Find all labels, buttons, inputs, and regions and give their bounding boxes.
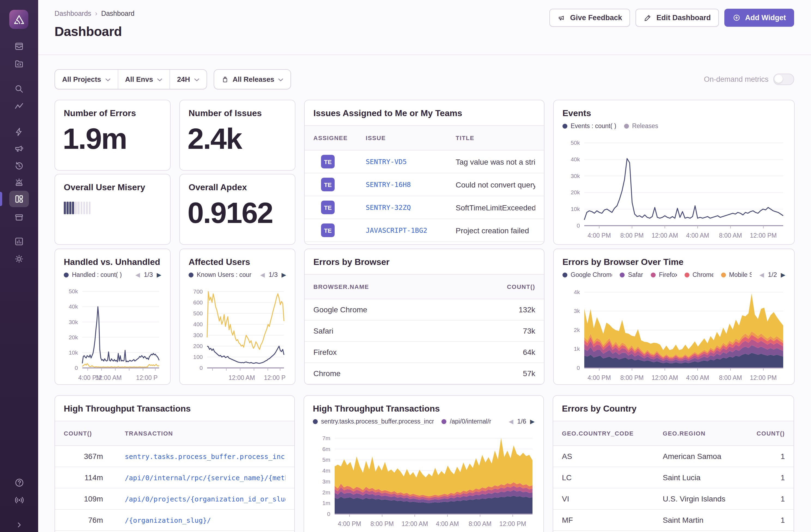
- ondemand-metrics-toggle[interactable]: [774, 74, 794, 85]
- widget-affected-users[interactable]: Affected Users Known Users : cour◀1/3▶ 0…: [179, 248, 295, 385]
- browser-count: 73k: [486, 326, 535, 335]
- issue-link[interactable]: SENTRY-32ZQ: [366, 203, 456, 212]
- table-row[interactable]: Chrome57k: [305, 363, 544, 384]
- sidebar-item-alerts[interactable]: [9, 174, 29, 191]
- throughput-chart[interactable]: 01m2m3m4m5m6m7m4:00 PM8:00 PM12:00 AM4:0…: [313, 431, 536, 531]
- table-row[interactable]: TESENTRY-VD5Tag value was not a string: [305, 150, 544, 173]
- date-range-filter[interactable]: 24H: [169, 70, 206, 89]
- widget-number-of-errors[interactable]: Number of Errors 1.9m: [55, 100, 171, 171]
- table-row[interactable]: 367msentry.tasks.process_buffer.process_…: [55, 446, 294, 467]
- table-row[interactable]: MFSaint Martin1: [553, 510, 794, 531]
- transaction-link[interactable]: /{organization_slug}/: [125, 516, 286, 524]
- prev-page-icon[interactable]: ◀: [509, 418, 514, 425]
- sidebar-item-stats[interactable]: [9, 233, 29, 250]
- legend-item[interactable]: /api/0/internal/r: [442, 418, 491, 425]
- table-row[interactable]: VIU.S. Virgin Islands1: [553, 488, 794, 510]
- table-row[interactable]: Google Chrome132k: [305, 299, 544, 320]
- legend-item[interactable]: Chrome: [684, 271, 713, 278]
- widget-high-throughput-chart[interactable]: High Throughput Transactions sentry.task…: [304, 395, 544, 532]
- issue-link[interactable]: SENTRY-16H8: [366, 180, 456, 188]
- prev-page-icon[interactable]: ◀: [135, 271, 140, 278]
- col-region: GEO.REGION: [663, 430, 747, 437]
- handled-chart[interactable]: 010k20k30k40k50k4:00 PM12:00 AM12:00 P: [64, 284, 163, 385]
- table-row[interactable]: TEJAVASCRIPT-1BG2Project creation failed: [305, 219, 544, 242]
- sidebar-item-replays[interactable]: [9, 157, 29, 174]
- sidebar-item-dashboards[interactable]: [9, 191, 29, 207]
- widget-number-of-issues[interactable]: Number of Issues 2.4k: [179, 100, 295, 171]
- assignee-avatar[interactable]: TE: [321, 224, 335, 237]
- chevron-down-icon: [157, 78, 163, 81]
- legend-item[interactable]: Events : count( ): [563, 123, 616, 129]
- legend-item[interactable]: Known Users : cour: [188, 271, 251, 278]
- sidebar-item-feedback[interactable]: [9, 140, 29, 156]
- table-row[interactable]: TESENTRY-32ZQSoftTimeLimitExceeded: [305, 196, 544, 219]
- give-feedback-button[interactable]: Give Feedback: [549, 9, 630, 27]
- issue-title: Tag value was not a string: [456, 157, 535, 166]
- widget-errors-by-browser-over-time[interactable]: Errors by Browser Over Time Google Chrom…: [553, 248, 795, 385]
- widget-issues-assigned[interactable]: Issues Assigned to Me or My Teams ASSIGN…: [304, 100, 545, 245]
- table-row[interactable]: LCSaint Lucia1: [553, 467, 794, 488]
- widget-events[interactable]: Events Events : count( )Releases 010k20k…: [553, 100, 795, 245]
- table-row[interactable]: Safari73k: [305, 320, 544, 342]
- sidebar-item-issues[interactable]: [9, 38, 29, 55]
- legend-label: Firefox: [659, 271, 677, 278]
- next-page-icon[interactable]: ▶: [281, 271, 286, 278]
- legend-item[interactable]: Safari: [620, 271, 643, 278]
- table-row[interactable]: 76m/{organization_slug}/: [55, 510, 294, 531]
- assignee-avatar[interactable]: TE: [321, 201, 335, 214]
- assignee-avatar[interactable]: TE: [321, 178, 335, 191]
- legend-item[interactable]: Mobile S: [721, 271, 752, 278]
- legend-item[interactable]: Handled : count( ): [64, 271, 122, 278]
- issue-link[interactable]: SENTRY-VD5: [366, 157, 456, 166]
- add-widget-button[interactable]: Add Widget: [724, 9, 794, 27]
- table-row[interactable]: 114m/api/0/internal/rpc/{service_name}/{…: [55, 467, 294, 488]
- sentry-logo[interactable]: [9, 10, 28, 29]
- legend-item[interactable]: Releases: [624, 123, 658, 129]
- chevron-down-icon: [105, 78, 110, 81]
- sidebar-item-search[interactable]: [9, 81, 29, 97]
- table-row[interactable]: Firefox64k: [305, 342, 544, 363]
- affected-users-chart[interactable]: 010020030040050060070012:00 AM12:00 P: [188, 284, 287, 385]
- sidebar-item-help[interactable]: [9, 474, 29, 490]
- table-row[interactable]: ASAmerican Samoa1: [553, 446, 794, 467]
- transaction-link[interactable]: sentry.tasks.process_buffer.process_incr: [125, 452, 286, 460]
- next-page-icon[interactable]: ▶: [781, 271, 785, 278]
- browser-over-time-chart[interactable]: 01k2k3k4k4:00 PM8:00 PM12:00 AM4:00 AM8:…: [563, 284, 786, 385]
- prev-page-icon[interactable]: ◀: [260, 271, 265, 278]
- legend-item[interactable]: Google Chrome: [563, 271, 612, 278]
- sidebar-item-performance[interactable]: [9, 98, 29, 115]
- widget-overall-apdex[interactable]: Overall Apdex 0.9162: [179, 174, 295, 245]
- widget-errors-by-browser[interactable]: Errors by Browser BROWSER.NAME COUNT() G…: [304, 248, 545, 385]
- sidebar-item-broadcast[interactable]: [9, 492, 29, 508]
- assignee-avatar[interactable]: TE: [321, 155, 335, 168]
- breadcrumb-dashboards-link[interactable]: Dashboards: [55, 10, 91, 17]
- widget-overall-user-misery[interactable]: Overall User Misery: [55, 174, 171, 245]
- legend-item[interactable]: sentry.tasks.process_buffer.process_incr: [313, 418, 434, 425]
- release-filter[interactable]: All Releases: [213, 69, 291, 89]
- next-page-icon[interactable]: ▶: [530, 418, 535, 425]
- widget-errors-by-country[interactable]: Errors by Country GEO.COUNTRY_CODE GEO.R…: [553, 395, 794, 532]
- legend-item[interactable]: Firefox: [651, 271, 677, 278]
- transaction-link[interactable]: /api/0/internal/rpc/{service_name}/{meth…: [125, 473, 286, 482]
- table-row[interactable]: Mobile Safari33k: [305, 384, 544, 385]
- project-filter[interactable]: All Projects: [55, 70, 118, 89]
- sidebar-item-lightning[interactable]: [9, 124, 29, 140]
- country-table-body: ASAmerican Samoa1LCSaint Lucia1VIU.S. Vi…: [553, 446, 794, 531]
- legend-label: sentry.tasks.process_buffer.process_incr: [321, 418, 434, 425]
- environment-filter[interactable]: All Envs: [118, 70, 169, 89]
- widget-handled-vs-unhandled[interactable]: Handled vs. Unhandled Handled : count( )…: [55, 248, 171, 385]
- next-page-icon[interactable]: ▶: [157, 271, 161, 278]
- sidebar-item-settings[interactable]: [9, 251, 29, 267]
- edit-dashboard-button[interactable]: Edit Dashboard: [636, 9, 719, 27]
- table-row[interactable]: 109m/api/0/projects/{organization_id_or_…: [55, 488, 294, 510]
- svg-text:30k: 30k: [571, 173, 580, 179]
- prev-page-icon[interactable]: ◀: [760, 271, 764, 278]
- sidebar-item-releases[interactable]: [9, 209, 29, 225]
- sidebar-item-projects[interactable]: [9, 56, 29, 72]
- events-chart[interactable]: 010k20k30k40k50k4:00 PM8:00 PM12:00 AM4:…: [563, 135, 786, 243]
- sidebar-collapse-button[interactable]: [9, 517, 29, 532]
- transaction-link[interactable]: /api/0/projects/{organization_id_or_slug…: [125, 495, 286, 503]
- table-row[interactable]: TESENTRY-16H8Could not convert query: [305, 173, 544, 196]
- issue-link[interactable]: JAVASCRIPT-1BG2: [366, 226, 456, 234]
- widget-high-throughput-table[interactable]: High Throughput Transactions COUNT() TRA…: [55, 395, 295, 532]
